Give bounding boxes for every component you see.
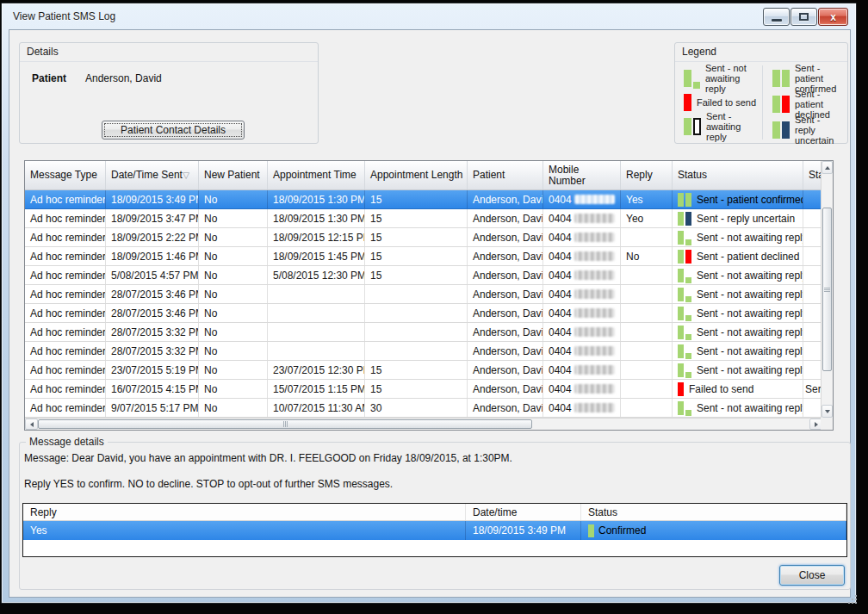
legend-items: Sent - not awaiting replyFailed to sendS… xyxy=(682,65,842,140)
cell-status-2 xyxy=(803,228,822,246)
column-header-mobile-number[interactable]: Mobile Number xyxy=(543,161,621,189)
patient-contact-details-button[interactable]: Patient Contact Details xyxy=(102,121,245,140)
reply-row[interactable]: Yes18/09/2015 3:49 PMConfirmed xyxy=(23,521,846,540)
cell-mobile-number: 0404 xyxy=(543,228,621,246)
maximize-button[interactable] xyxy=(790,8,817,26)
cell-appointment-time: 5/08/2015 12:30 PM xyxy=(268,266,365,284)
cell-appointment-length: 15 xyxy=(365,380,468,398)
scroll-left-button[interactable] xyxy=(25,419,38,430)
cell-message-type: Ad hoc reminder xyxy=(25,380,106,398)
horizontal-scrollbar[interactable] xyxy=(25,418,822,430)
legend-panel-title: Legend xyxy=(675,43,847,62)
column-header-message-type[interactable]: Message Type xyxy=(25,161,106,189)
vertical-scroll-thumb[interactable] xyxy=(822,208,832,371)
not-awaiting-status-icon xyxy=(678,401,691,415)
cell-mobile-number: 0404 xyxy=(543,380,621,398)
cell-message-type: Ad hoc reminder xyxy=(25,361,106,379)
arrow-up-icon xyxy=(825,166,830,170)
cell-appointment-length xyxy=(365,304,468,322)
cell-new-patient: No xyxy=(199,304,268,322)
table-row[interactable]: Ad hoc reminder23/07/2015 5:19 PMNo23/07… xyxy=(25,361,822,380)
cell-appointment-length: 15 xyxy=(365,247,468,265)
resize-grip[interactable] xyxy=(845,592,853,600)
minimize-button[interactable] xyxy=(763,8,790,26)
column-header-status[interactable]: Status xyxy=(673,161,803,189)
cell-message-type: Ad hoc reminder xyxy=(25,323,106,341)
awaiting-status-icon xyxy=(684,118,701,135)
column-header-status[interactable]: Status xyxy=(803,161,822,189)
redacted-number xyxy=(574,308,615,318)
table-row[interactable]: Ad hoc reminder28/07/2015 3:46 PMNoAnder… xyxy=(25,304,822,323)
table-row[interactable]: Ad hoc reminder16/07/2015 4:15 PMNo15/07… xyxy=(25,380,822,399)
not-awaiting-status-icon xyxy=(684,70,700,87)
scroll-down-button[interactable] xyxy=(822,405,833,418)
table-row[interactable]: Ad hoc reminder28/07/2015 3:32 PMNoAnder… xyxy=(25,323,822,342)
table-row[interactable]: Ad hoc reminder28/07/2015 3:46 PMNoAnder… xyxy=(25,285,822,304)
cell-status: Sent - not awaiting reply xyxy=(673,323,803,341)
failed-status-icon xyxy=(678,382,684,396)
cell-patient: Anderson, David xyxy=(468,190,543,208)
status-cell: Confirmed xyxy=(581,521,846,540)
cell-mobile-number: 0404 xyxy=(543,323,621,341)
column-header-patient[interactable]: Patient xyxy=(468,161,543,189)
cell-status: Sent - not awaiting reply xyxy=(673,228,803,246)
table-row[interactable]: Ad hoc reminder18/09/2015 2:22 PMNo18/09… xyxy=(25,228,822,247)
column-header-appointment-length[interactable]: Appointment Length xyxy=(365,161,468,189)
cell-status: Sent - not awaiting reply xyxy=(673,266,803,284)
not-awaiting-status-icon xyxy=(678,344,691,358)
cell-new-patient: No xyxy=(199,209,268,227)
legend-item: Sent - patient declined xyxy=(771,91,842,117)
cell-appointment-time xyxy=(268,342,365,360)
cell-message-type: Ad hoc reminder xyxy=(25,285,106,303)
not-awaiting-status-icon xyxy=(678,288,691,301)
column-header-appointment-time[interactable]: Appointment Time xyxy=(268,161,365,189)
cell-status-2 xyxy=(803,247,822,265)
horizontal-scroll-thumb[interactable] xyxy=(38,419,532,429)
column-header-new-patient[interactable]: New Patient xyxy=(199,161,268,189)
minimize-icon xyxy=(772,19,782,22)
cell-status-2 xyxy=(803,304,822,322)
cell-new-patient: No xyxy=(199,247,268,265)
table-row[interactable]: Ad hoc reminder28/07/2015 3:32 PMNoAnder… xyxy=(25,342,822,361)
declined-status-icon xyxy=(772,96,790,113)
vertical-scrollbar[interactable] xyxy=(821,161,833,418)
table-row[interactable]: Ad hoc reminder9/07/2015 5:17 PMNo10/07/… xyxy=(25,399,822,418)
scroll-up-button[interactable] xyxy=(822,161,833,174)
cell-date-time-sent: 28/07/2015 3:32 PM xyxy=(106,323,199,341)
cell-mobile-number: 0404 xyxy=(543,399,621,417)
cell-patient: Anderson, David xyxy=(468,285,543,303)
arrow-down-icon xyxy=(825,410,830,413)
cell-patient: Anderson, David xyxy=(468,323,543,341)
not-awaiting-status-icon xyxy=(678,269,691,282)
legend-item-label: Sent - reply uncertain xyxy=(795,115,842,146)
cell-appointment-length: 15 xyxy=(365,190,468,208)
cell-appointment-length: 15 xyxy=(365,228,468,246)
cell-patient: Anderson, David xyxy=(468,361,543,379)
cell-status-2 xyxy=(803,361,822,379)
cell-reply: Yeo xyxy=(621,209,673,227)
cell-status: Sent - reply uncertain xyxy=(673,209,803,227)
thumb-grip-icon xyxy=(824,288,830,288)
column-header-date-time-sent[interactable]: Date/Time Sent▽ xyxy=(106,161,199,189)
close-window-button[interactable]: x xyxy=(818,8,848,26)
window-title: View Patient SMS Log xyxy=(13,10,115,22)
cell-reply: Yes xyxy=(621,190,673,208)
cell-reply xyxy=(621,380,673,398)
datetime-column-header[interactable]: Date/time xyxy=(466,504,581,520)
table-row[interactable]: Ad hoc reminder18/09/2015 3:47 PMNo18/09… xyxy=(25,209,822,228)
reply-column-header[interactable]: Reply xyxy=(23,504,466,520)
column-header-reply[interactable]: Reply xyxy=(621,161,673,189)
table-row[interactable]: Ad hoc reminder5/08/2015 4:57 PMNo5/08/2… xyxy=(25,266,822,285)
message-text-line2: Reply YES to confirm. NO to decline. STO… xyxy=(24,478,393,490)
cell-new-patient: No xyxy=(199,399,268,417)
table-row[interactable]: Ad hoc reminder18/09/2015 1:46 PMNo18/09… xyxy=(25,247,822,266)
reply-cell: Yes xyxy=(23,521,466,540)
table-row[interactable]: Ad hoc reminder18/09/2015 3:49 PMNo18/09… xyxy=(25,190,822,209)
close-button[interactable]: Close xyxy=(779,565,845,586)
cell-date-time-sent: 16/07/2015 4:15 PM xyxy=(106,380,199,398)
title-bar[interactable]: View Patient SMS Log x xyxy=(2,3,856,29)
cell-new-patient: No xyxy=(199,380,268,398)
legend-panel: Legend Sent - not awaiting replyFailed t… xyxy=(674,42,848,144)
close-icon: x xyxy=(830,12,836,22)
status-column-header[interactable]: Status xyxy=(581,504,846,520)
